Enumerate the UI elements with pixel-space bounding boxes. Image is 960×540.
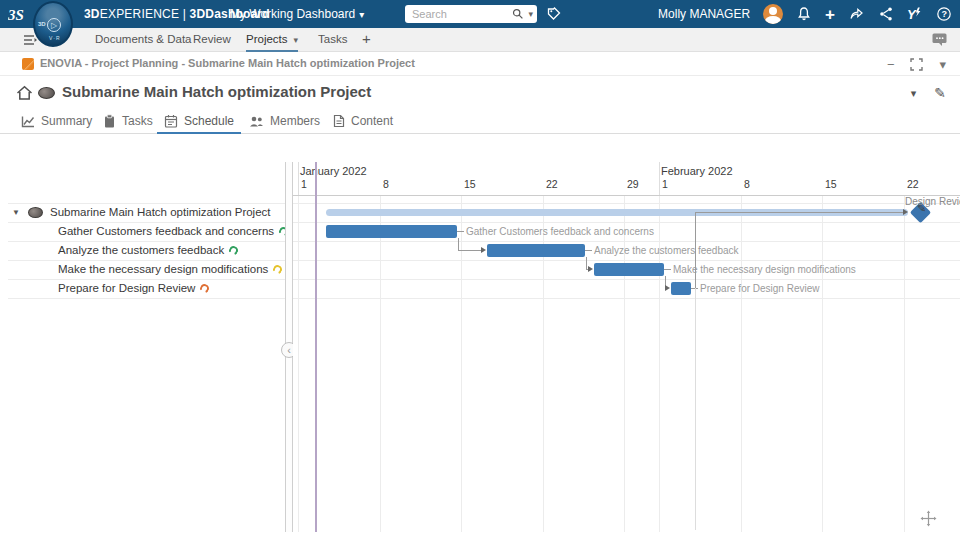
enovia-app-icon[interactable] (22, 58, 34, 70)
maximize-widget-button[interactable] (910, 58, 923, 71)
share-nodes-icon[interactable] (878, 6, 894, 22)
week-gridline (461, 196, 462, 532)
task-bar[interactable] (594, 263, 664, 276)
expand-caret-icon[interactable]: ▼ (12, 203, 20, 222)
task-list: ▼Submarine Main Hatch optimization Proje… (0, 162, 285, 532)
dashboard-tab-bar: Documents & Data Review Projects▾ Tasks … (0, 28, 960, 52)
user-name[interactable]: Molly MANAGER (658, 7, 750, 21)
topbar-right-cluster: Molly MANAGER + Y ? (658, 0, 952, 28)
tab-content[interactable]: Content (326, 110, 400, 134)
dependency-arrow-icon (481, 247, 486, 253)
brand-3d: 3D (84, 7, 100, 21)
day-tick-label: 8 (744, 178, 750, 190)
tab-schedule-label: Schedule (184, 114, 234, 128)
help-icon[interactable]: ? (936, 6, 952, 22)
tab-tasks-view[interactable]: Tasks (96, 110, 160, 134)
task-bar[interactable] (326, 225, 457, 238)
row-separator (293, 203, 960, 204)
tab-content-label: Content (351, 114, 393, 128)
task-bar-label: Analyze the customers feedback (594, 244, 739, 257)
task-row[interactable]: Analyze the customers feedback (0, 241, 285, 260)
minimize-widget-button[interactable]: − (887, 58, 895, 71)
home-icon[interactable] (16, 85, 33, 101)
svg-text:?: ? (942, 9, 948, 19)
task-label: Gather Customers feedback and concerns (58, 225, 274, 237)
label-connector (664, 269, 671, 270)
dashboard-selector[interactable]: My Working Dashboard▾ (230, 7, 364, 21)
task-bar[interactable] (487, 244, 585, 257)
task-row[interactable]: Prepare for Design Review (0, 279, 285, 298)
milestone-connector (695, 212, 903, 213)
tab-schedule[interactable]: Schedule (157, 110, 241, 134)
gantt-schedule-area: ▼Submarine Main Hatch optimization Proje… (0, 162, 960, 532)
search-input[interactable] (412, 8, 511, 20)
row-separator (293, 279, 960, 280)
tab-members-label: Members (270, 114, 320, 128)
task-label: Make the necessary design modifications (58, 263, 268, 275)
week-gridline (380, 196, 381, 532)
chevron-down-icon[interactable]: ▾ (294, 35, 299, 45)
day-tick-label: 1 (662, 178, 668, 190)
task-bar-label: Gather Customers feedback and concerns (466, 225, 654, 238)
edit-title-icon[interactable]: ✎ (934, 85, 946, 101)
task-status-icon (199, 283, 211, 295)
add-content-icon[interactable]: + (825, 6, 835, 23)
month-label: February 2022 (661, 165, 733, 177)
widget-menu-chevron-button[interactable]: ▾ (939, 58, 946, 71)
task-row[interactable]: Gather Customers feedback and concerns (0, 222, 285, 241)
top-app-bar: 3S ▷ 3D V·R 3DEXPERIENCE | 3DDashboard M… (0, 0, 960, 28)
schedule-toolbar: + (0, 134, 960, 162)
row-separator (293, 222, 960, 223)
milestone-arrow-icon (903, 209, 908, 215)
pan-move-icon[interactable] (920, 510, 937, 527)
task-label: Prepare for Design Review (58, 282, 195, 294)
day-tick-label: 1 (301, 178, 307, 190)
row-separator (293, 260, 960, 261)
month-label: January 2022 (300, 165, 367, 177)
task-bar[interactable] (671, 282, 691, 295)
search-options-chevron-icon[interactable]: ▾ (528, 9, 533, 19)
dassault-systemes-logo: 3S (8, 5, 34, 25)
compass-icon[interactable]: ▷ 3D V·R (33, 1, 73, 47)
day-tick-label: 15 (464, 178, 476, 190)
dependency-arrow-icon (665, 285, 670, 291)
gantt-chart-pane: 18152229181522January 2022February 2022G… (293, 162, 960, 532)
task-label: Analyze the customers feedback (58, 244, 224, 256)
tab-summary[interactable]: Summary (14, 110, 99, 134)
user-avatar[interactable] (763, 4, 783, 24)
project-title-row: Submarine Main Hatch optimization Projec… (0, 76, 960, 110)
notifications-bell-icon[interactable] (796, 6, 812, 22)
task-label: Submarine Main Hatch optimization Projec… (50, 206, 271, 218)
tab-review[interactable]: Review (193, 28, 231, 52)
today-line (315, 162, 317, 532)
row-separator (293, 298, 960, 299)
title-chevron-button[interactable]: ▾ (911, 87, 917, 100)
tab-tasks-label: Tasks (122, 114, 153, 128)
day-tick-label: 22 (907, 178, 919, 190)
label-connector (457, 231, 464, 232)
tab-documents-and-data[interactable]: Documents & Data (95, 28, 192, 52)
share-arrow-icon[interactable] (848, 6, 865, 22)
task-bar-label: Make the necessary design modifications (673, 263, 856, 276)
compass-vr-glyph: V·R (49, 35, 61, 41)
task-row[interactable]: ▼Submarine Main Hatch optimization Proje… (0, 203, 285, 222)
week-gridline (298, 196, 299, 532)
people-icon (249, 115, 264, 128)
swym-community-icon[interactable]: Y (907, 6, 923, 22)
add-tab-button[interactable]: + (362, 30, 371, 47)
document-icon (333, 114, 345, 128)
week-gridline (822, 196, 823, 532)
tab-projects[interactable]: Projects▾ (246, 28, 298, 52)
panel-splitter[interactable]: ‹ (285, 162, 293, 532)
tab-tasks[interactable]: Tasks (318, 28, 347, 52)
week-gridline (741, 196, 742, 532)
tab-members[interactable]: Members (242, 110, 327, 134)
page-title: Submarine Main Hatch optimization Projec… (62, 83, 371, 100)
project-view-tabs: Summary Tasks Schedule Members Content (0, 110, 960, 134)
task-bar-label: Prepare for Design Review (700, 282, 820, 295)
search-icon[interactable] (511, 7, 525, 21)
task-row[interactable]: Make the necessary design modifications (0, 260, 285, 279)
tab-summary-label: Summary (41, 114, 92, 128)
tag-icon[interactable] (546, 6, 562, 22)
comments-icon[interactable] (931, 32, 948, 47)
